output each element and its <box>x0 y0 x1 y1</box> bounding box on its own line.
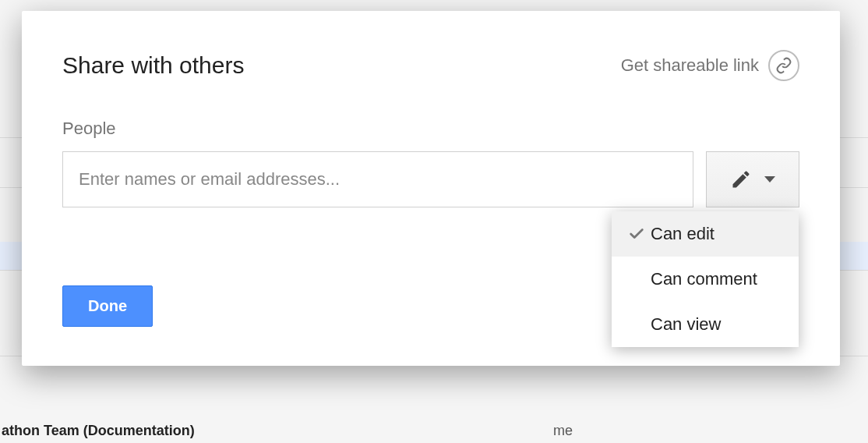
permission-dropdown-menu: Can edit Can comment Can view <box>612 211 799 347</box>
bg-row-text: athon Team (Documentation) <box>2 423 195 438</box>
get-shareable-link-button[interactable]: Get shareable link <box>621 50 799 81</box>
dropdown-option-can-edit[interactable]: Can edit <box>612 211 799 257</box>
dropdown-option-can-view[interactable]: Can view <box>612 302 799 347</box>
permission-dropdown-button[interactable]: Can edit Can comment Can view <box>706 151 799 207</box>
shareable-link-label: Get shareable link <box>621 55 759 76</box>
people-input[interactable] <box>62 151 693 207</box>
dropdown-option-label: Can view <box>651 314 721 335</box>
dropdown-option-label: Can comment <box>651 269 757 289</box>
link-icon <box>768 50 799 81</box>
input-row: Can edit Can comment Can view <box>62 151 799 207</box>
dropdown-option-label: Can edit <box>651 224 715 244</box>
pencil-icon <box>730 168 752 190</box>
dropdown-option-can-comment[interactable]: Can comment <box>612 257 799 302</box>
done-button[interactable]: Done <box>62 285 153 327</box>
bg-owner: me <box>553 423 573 439</box>
check-icon <box>623 225 651 243</box>
people-label: People <box>62 119 799 139</box>
modal-title: Share with others <box>62 52 244 79</box>
modal-header: Share with others Get shareable link <box>62 50 799 81</box>
share-modal: Share with others Get shareable link Peo… <box>22 11 840 366</box>
chevron-down-icon <box>764 176 775 183</box>
